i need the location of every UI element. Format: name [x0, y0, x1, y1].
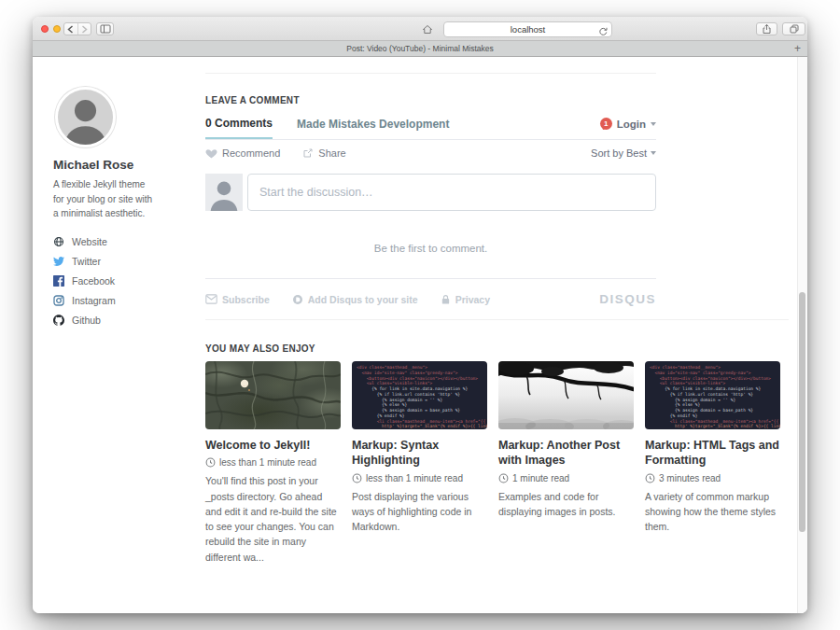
tree-fog-graphic: [498, 361, 634, 429]
disqus-actions: Recommend Share Sort by Best: [205, 147, 656, 159]
post-thumbnail-code[interactable]: <div class="masthead__menu"> <nav id="si…: [352, 361, 487, 429]
address-bar[interactable]: localhost: [443, 21, 612, 37]
forward-button[interactable]: [77, 23, 91, 35]
sidebar-link-label: Instagram: [72, 295, 116, 306]
post-thumbnail-tree[interactable]: [498, 361, 634, 429]
safari-window: localhost Post: Video (YouTube) - Minima…: [33, 17, 807, 613]
instagram-icon: [53, 295, 64, 306]
post-title[interactable]: Markup: Syntax Highlighting: [352, 438, 487, 469]
leave-a-comment-heading: LEAVE A COMMENT: [205, 95, 656, 105]
subscribe-link[interactable]: Subscribe: [205, 294, 270, 305]
disqus-d-icon: [292, 294, 303, 305]
close-window-button[interactable]: [41, 25, 49, 33]
post-read-time: 3 minutes read: [645, 473, 780, 483]
tabs-icon: [789, 23, 800, 35]
sidebar-link-label: Twitter: [72, 256, 101, 267]
refresh-icon: [597, 26, 609, 37]
sort-by-best-dropdown[interactable]: Sort by Best: [591, 147, 656, 159]
person-silhouette-icon: [205, 174, 243, 211]
comments-section: LEAVE A COMMENT 0 Comments Made Mistakes…: [205, 95, 656, 306]
read-time-label: less than 1 minute read: [366, 473, 463, 483]
refresh-button[interactable]: [597, 24, 609, 41]
facebook-icon: [53, 275, 64, 287]
privacy-link[interactable]: Privacy: [441, 294, 490, 305]
sidebar-link-twitter[interactable]: Twitter: [53, 256, 163, 267]
back-button[interactable]: [64, 23, 77, 35]
scrollbar-track[interactable]: [797, 57, 807, 613]
share-label: Share: [318, 147, 345, 159]
sidebar-toggle-button[interactable]: [96, 22, 114, 35]
sidebar-link-facebook[interactable]: Facebook: [53, 275, 163, 287]
disqus-logo[interactable]: DISQUS: [599, 292, 656, 306]
login-menu[interactable]: 1 Login: [600, 118, 656, 138]
post-title[interactable]: Markup: Another Post with Images: [498, 438, 634, 469]
recommend-label: Recommend: [222, 147, 280, 159]
clock-icon: [205, 457, 216, 468]
tab-bar: Post: Video (YouTube) - Minimal Mistakes…: [33, 41, 807, 57]
comment-input[interactable]: Start the discussion…: [247, 174, 656, 211]
clock-icon: [352, 473, 362, 483]
author-name: Michael Rose: [53, 158, 163, 172]
home-button[interactable]: [419, 22, 436, 35]
history-nav-group: [63, 22, 91, 35]
chevron-down-icon: [651, 151, 656, 155]
comment-compose-row: Start the discussion…: [205, 174, 656, 211]
post-read-time: less than 1 minute read: [205, 457, 341, 468]
share-button[interactable]: [756, 22, 777, 35]
home-icon: [422, 24, 433, 35]
sidebar-link-github[interactable]: Github: [53, 315, 163, 326]
minimize-window-button[interactable]: [53, 25, 61, 33]
post-excerpt: Post displaying the various ways of high…: [352, 489, 487, 535]
post-title[interactable]: Welcome to Jekyll!: [205, 438, 341, 453]
post-excerpt: You'll find this post in your _posts dir…: [205, 473, 341, 565]
related-post-card: Welcome to Jekyll! less than 1 minute re…: [205, 361, 341, 565]
recommend-button[interactable]: Recommend: [205, 147, 280, 159]
share-comments-button[interactable]: Share: [302, 147, 345, 159]
globe-icon: [53, 236, 64, 247]
page-content: Michael Rose A flexible Jekyll theme for…: [33, 57, 807, 613]
desktop-background: localhost Post: Video (YouTube) - Minima…: [0, 0, 840, 630]
read-time-label: 1 minute read: [512, 473, 569, 483]
share-icon: [762, 23, 772, 35]
add-disqus-label: Add Disqus to your site: [308, 294, 418, 305]
add-disqus-link[interactable]: Add Disqus to your site: [292, 294, 418, 305]
foam-texture-graphic: [205, 361, 341, 429]
person-silhouette-icon: [58, 90, 113, 145]
sidebar-link-instagram[interactable]: Instagram: [53, 295, 163, 306]
post-thumbnail-code[interactable]: <div class="masthead__menu"> <nav id="si…: [645, 361, 780, 429]
read-time-label: less than 1 minute read: [219, 457, 316, 468]
heart-icon: [205, 147, 217, 159]
comment-placeholder: Start the discussion…: [259, 186, 373, 199]
sidebar-link-label: Github: [72, 315, 101, 326]
sidebar-link-label: Facebook: [72, 275, 115, 287]
notification-badge: 1: [600, 118, 612, 130]
related-post-card: Markup: Another Post with Images 1 minut…: [498, 361, 634, 565]
post-thumbnail-foam[interactable]: [205, 361, 341, 429]
sidebar-link-website[interactable]: Website: [53, 236, 163, 247]
disqus-footer: Subscribe Add Disqus to your site Privac…: [205, 292, 656, 306]
active-tab-title[interactable]: Post: Video (YouTube) - Minimal Mistakes: [346, 44, 493, 53]
share-arrow-icon: [302, 147, 314, 159]
content-top-divider: [205, 73, 656, 74]
sidebar-link-label: Website: [72, 236, 107, 247]
privacy-label: Privacy: [455, 294, 490, 305]
new-tab-button[interactable]: +: [794, 42, 801, 55]
forward-icon: [81, 25, 88, 34]
clock-icon: [498, 473, 509, 483]
login-label: Login: [617, 119, 646, 130]
sort-label: Sort by Best: [591, 147, 647, 159]
author-links: Website Twitter Facebook: [53, 236, 163, 326]
comment-count-tab[interactable]: 0 Comments: [205, 117, 273, 139]
related-posts-grid: Welcome to Jekyll! less than 1 minute re…: [205, 361, 789, 565]
community-link[interactable]: Made Mistakes Development: [297, 118, 449, 139]
author-avatar: [55, 87, 116, 147]
clock-icon: [645, 473, 655, 483]
post-title[interactable]: Markup: HTML Tags and Formatting: [645, 438, 780, 469]
post-read-time: less than 1 minute read: [352, 473, 487, 483]
post-read-time: 1 minute read: [498, 473, 634, 483]
chevron-down-icon: [651, 122, 656, 126]
disqus-footer-divider: [205, 278, 656, 279]
tab-overview-button[interactable]: [782, 22, 805, 35]
scrollbar-thumb[interactable]: [799, 292, 805, 532]
subscribe-label: Subscribe: [222, 294, 270, 305]
